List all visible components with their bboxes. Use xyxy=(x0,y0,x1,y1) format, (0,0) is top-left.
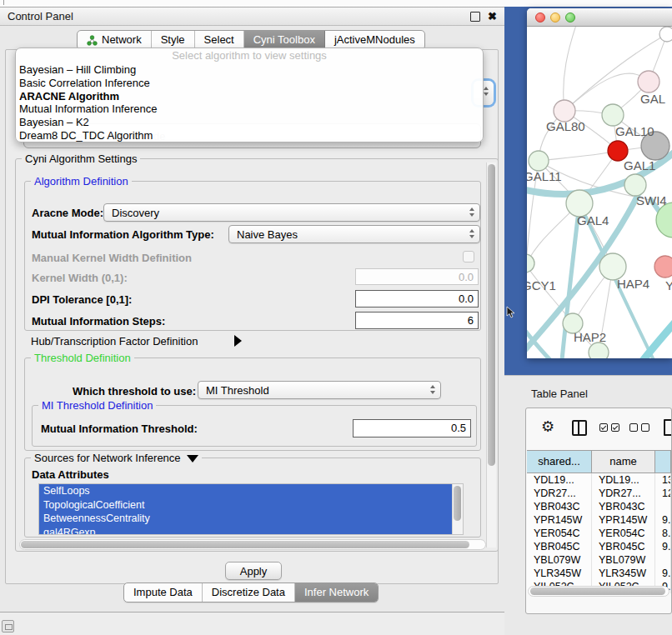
table-row[interactable]: YBL079W YBL079W xyxy=(527,553,671,567)
checked-box-icon xyxy=(599,423,608,432)
node-gal11[interactable] xyxy=(529,151,549,171)
column-header-name[interactable]: name xyxy=(592,451,655,472)
cell-name: YER054C xyxy=(592,527,655,540)
node-unlabeled-top[interactable] xyxy=(659,27,672,42)
mi-threshold-field[interactable]: 0.5 xyxy=(353,419,471,438)
table-panel: Table Panel ⚙ shared... name xyxy=(504,375,672,635)
settings-horizontal-scrollbar[interactable] xyxy=(19,539,486,550)
algorithm-option[interactable]: Mutual Information Inference xyxy=(16,102,483,116)
tab-style[interactable]: Style xyxy=(152,31,195,49)
tab-network[interactable]: Network xyxy=(78,31,152,49)
which-threshold-combobox[interactable]: MI Threshold xyxy=(198,381,441,399)
dpi-tolerance-field[interactable]: 0.0 xyxy=(355,290,479,308)
algorithm-option[interactable]: Bayesian – K2 xyxy=(16,116,483,129)
node-gcy1[interactable] xyxy=(527,254,534,272)
dpi-tolerance-label: DPI Tolerance [0,1]: xyxy=(32,293,132,306)
attribute-item[interactable]: BetweennessCentrality xyxy=(39,512,452,526)
settings-vertical-scrollbar-thumb[interactable] xyxy=(488,164,495,466)
kernel-width-field[interactable]: 0.0 xyxy=(355,268,479,285)
algorithm-option[interactable]: Bayesian – Hill Climbing xyxy=(16,63,483,77)
sources-collapse-arrow-icon[interactable] xyxy=(187,455,198,462)
tab-style-label: Style xyxy=(161,31,185,49)
algorithm-option[interactable]: Basic Correlation Inference xyxy=(16,77,483,90)
deselect-all-icon[interactable] xyxy=(629,423,649,432)
tab-infer-network[interactable]: Infer Network xyxy=(295,583,378,602)
node-bottom[interactable] xyxy=(589,342,609,358)
table-row[interactable]: YDR27... YDR27... 12 xyxy=(527,487,671,500)
hub-expand-arrow-icon[interactable] xyxy=(234,335,242,347)
close-icon[interactable]: ✖ xyxy=(488,12,497,21)
mi-steps-field[interactable]: 6 xyxy=(355,312,479,329)
table-row[interactable]: YBR045C YBR045C 9. xyxy=(527,540,671,553)
threshold-definition-group: Threshold Definition Which threshold to … xyxy=(24,358,481,451)
node-gal10[interactable] xyxy=(602,104,624,126)
mi-type-combobox[interactable]: Naive Bayes xyxy=(228,225,480,243)
table-toolbar: ⚙ xyxy=(526,408,671,450)
attribute-item[interactable]: TopologicalCoefficient xyxy=(39,498,452,512)
attribute-item[interactable]: gal4RGexp xyxy=(39,526,452,536)
close-traffic-light[interactable] xyxy=(535,12,545,22)
tab-cyni-toolbox[interactable]: Cyni Toolbox xyxy=(244,31,325,49)
algorithm-option-selected[interactable]: ARACNE Algorithm xyxy=(16,90,483,103)
cell-shared-name: YBR043C xyxy=(527,500,592,513)
table-row[interactable]: YPR145W YPR145W 9. xyxy=(527,513,671,527)
aracne-mode-combobox[interactable]: Discovery xyxy=(103,203,480,222)
gear-icon[interactable]: ⚙ xyxy=(541,418,554,435)
attribute-item[interactable]: SelfLoops xyxy=(39,484,452,498)
document-icon[interactable] xyxy=(664,419,672,436)
tab-network-label: Network xyxy=(102,31,142,49)
mi-type-label: Mutual Information Algorithm Type: xyxy=(32,228,214,241)
table-row[interactable]: YER054C YER054C 8. xyxy=(527,527,671,540)
tab-select[interactable]: Select xyxy=(195,31,244,49)
table-row[interactable]: YBR043C YBR043C xyxy=(527,500,671,513)
network-canvas[interactable]: GAL GAL80 GAL10 GAL1 GAL11 SWI4 GAL4 GCY… xyxy=(527,27,672,358)
tab-jactivemnodules[interactable]: jActiveMNodules xyxy=(325,31,424,49)
cell-name: YLR345W xyxy=(592,567,655,580)
tab-infer-network-label: Infer Network xyxy=(304,583,369,602)
network-graph: GAL GAL80 GAL10 GAL1 GAL11 SWI4 GAL4 GCY… xyxy=(527,27,672,358)
cell-name: YBR045C xyxy=(592,540,655,553)
node-label: HAP4 xyxy=(617,277,649,291)
float-window-icon[interactable] xyxy=(470,12,480,22)
minimized-panel-icon[interactable] xyxy=(2,620,14,632)
data-attributes-list[interactable]: SelfLoops TopologicalCoefficient Between… xyxy=(38,483,464,535)
algorithm-option[interactable]: Dream8 DC_TDC Algorithm xyxy=(16,129,483,142)
attributes-list-scrollbar[interactable] xyxy=(452,484,463,534)
cell-value: 9. xyxy=(655,567,671,580)
select-all-icon[interactable] xyxy=(599,423,619,432)
manual-kernel-checkbox[interactable] xyxy=(463,251,474,262)
cell-shared-name: YDR27... xyxy=(527,487,592,500)
node-gal-partial[interactable] xyxy=(638,71,659,92)
settings-horizontal-scrollbar-thumb[interactable] xyxy=(21,541,469,548)
tab-discretize-data[interactable]: Discretize Data xyxy=(203,583,295,602)
kernel-width-label: Kernel Width (0,1): xyxy=(32,272,128,284)
cell-name: YBR043C xyxy=(592,500,655,513)
tab-impute-data[interactable]: Impute Data xyxy=(124,583,203,602)
table-row[interactable]: YDL19... YDL19... 13 xyxy=(527,473,671,487)
table-row[interactable]: YLR345W YLR345W 9. xyxy=(527,567,671,580)
node-label: GAL10 xyxy=(615,124,654,138)
cyni-settings-group-title: Cyni Algorithm Settings xyxy=(22,152,140,165)
settings-vertical-scrollbar[interactable] xyxy=(486,162,496,548)
node-salmon[interactable] xyxy=(654,256,672,278)
column-header-shared-name[interactable]: shared... xyxy=(527,451,592,472)
table-horizontal-scrollbar[interactable] xyxy=(528,586,669,597)
control-panel-title: Control Panel xyxy=(8,10,73,22)
node-label: GCY1 xyxy=(527,278,556,292)
unchecked-box-icon xyxy=(629,423,638,432)
table-horizontal-scrollbar-thumb[interactable] xyxy=(530,588,665,595)
attributes-list-scrollbar-thumb[interactable] xyxy=(454,486,461,521)
node-label: HAP2 xyxy=(574,330,606,344)
minimize-traffic-light[interactable] xyxy=(550,12,560,22)
which-threshold-value: MI Threshold xyxy=(206,384,269,397)
column-header-partial[interactable] xyxy=(655,451,671,472)
cell-value: 13 xyxy=(655,473,671,487)
cell-shared-name: YDL19... xyxy=(527,473,592,487)
apply-button[interactable]: Apply xyxy=(225,562,282,580)
network-window-titlebar xyxy=(527,8,672,27)
sources-group-title: Sources for Network Inference xyxy=(31,452,202,464)
cell-value xyxy=(655,553,671,567)
algorithm-definition-group: Algorithm Definition Aracne Mode: Discov… xyxy=(24,181,481,331)
columns-icon[interactable] xyxy=(572,420,587,436)
zoom-traffic-light[interactable] xyxy=(565,12,575,22)
